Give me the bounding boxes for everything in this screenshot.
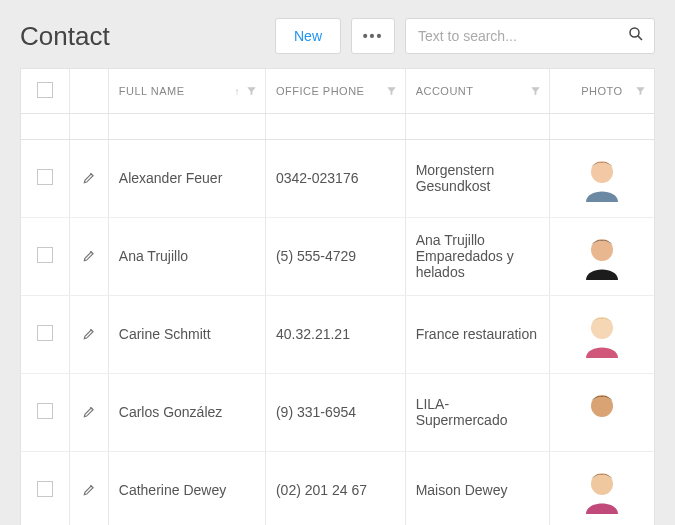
cell-account: LILA-Supermercado — [416, 396, 508, 428]
avatar — [582, 230, 622, 280]
edit-icon[interactable] — [80, 249, 98, 263]
edit-icon[interactable] — [80, 171, 98, 185]
column-header-account[interactable]: ACCOUNT — [405, 69, 549, 113]
cell-account: Morgenstern Gesundkost — [416, 162, 495, 194]
search-container — [405, 18, 655, 54]
cell-officephone: 40.32.21.21 — [276, 326, 350, 342]
sort-asc-icon[interactable]: ↑ — [234, 85, 240, 96]
search-input[interactable] — [405, 18, 655, 54]
cell-officephone: (5) 555-4729 — [276, 248, 356, 264]
cell-fullname: Carine Schmitt — [119, 326, 211, 342]
table-row[interactable]: Carlos González(9) 331-6954LILA-Supermer… — [21, 373, 654, 451]
column-header-officephone[interactable]: OFFICE PHONE — [265, 69, 405, 113]
cell-account: France restauration — [416, 326, 537, 342]
select-all-checkbox[interactable] — [37, 82, 53, 98]
column-header-fullname[interactable]: FULL NAME ↑ — [108, 69, 265, 113]
row-checkbox[interactable] — [37, 481, 53, 497]
cell-fullname: Alexander Feuer — [119, 170, 223, 186]
cell-fullname: Catherine Dewey — [119, 482, 226, 498]
filter-icon[interactable] — [530, 85, 541, 96]
cell-account: Ana Trujillo Emparedados y helados — [416, 232, 514, 280]
column-header-edit — [69, 69, 108, 113]
filter-cell-photo[interactable] — [549, 113, 654, 139]
table-row[interactable]: Ana Trujillo(5) 555-4729Ana Trujillo Emp… — [21, 217, 654, 295]
row-checkbox[interactable] — [37, 247, 53, 263]
filter-row — [21, 113, 654, 139]
cell-officephone: 0342-023176 — [276, 170, 359, 186]
avatar — [582, 308, 622, 358]
filter-cell-officephone[interactable] — [265, 113, 405, 139]
filter-icon[interactable] — [246, 85, 257, 96]
cell-officephone: (9) 331-6954 — [276, 404, 356, 420]
column-header-select[interactable] — [21, 69, 69, 113]
row-checkbox[interactable] — [37, 403, 53, 419]
column-label: PHOTO — [581, 85, 622, 97]
cell-officephone: (02) 201 24 67 — [276, 482, 367, 498]
table-row[interactable]: Carine Schmitt40.32.21.21France restaura… — [21, 295, 654, 373]
new-button[interactable]: New — [275, 18, 341, 54]
row-checkbox[interactable] — [37, 325, 53, 341]
column-label: ACCOUNT — [416, 85, 474, 97]
column-label: FULL NAME — [119, 85, 185, 97]
row-checkbox[interactable] — [37, 169, 53, 185]
page-title: Contact — [20, 21, 265, 52]
more-actions-button[interactable]: ••• — [351, 18, 395, 54]
avatar — [582, 464, 622, 514]
cell-fullname: Carlos González — [119, 404, 223, 420]
contacts-grid: FULL NAME ↑ OFFICE PHONE — [20, 68, 655, 525]
column-header-photo[interactable]: PHOTO — [549, 69, 654, 113]
filter-icon[interactable] — [386, 85, 397, 96]
table-row[interactable]: Alexander Feuer0342-023176Morgenstern Ge… — [21, 139, 654, 217]
cell-fullname: Ana Trujillo — [119, 248, 188, 264]
edit-icon[interactable] — [80, 327, 98, 341]
filter-icon[interactable] — [635, 85, 646, 96]
avatar — [582, 386, 622, 436]
table-row[interactable]: Catherine Dewey(02) 201 24 67Maison Dewe… — [21, 451, 654, 525]
edit-icon[interactable] — [80, 405, 98, 419]
edit-icon[interactable] — [80, 483, 98, 497]
avatar — [582, 152, 622, 202]
cell-account: Maison Dewey — [416, 482, 508, 498]
filter-cell-account[interactable] — [405, 113, 549, 139]
column-label: OFFICE PHONE — [276, 85, 365, 97]
page-header: Contact New ••• — [20, 18, 655, 54]
filter-cell-fullname[interactable] — [108, 113, 265, 139]
data-rows: Alexander Feuer0342-023176Morgenstern Ge… — [21, 139, 654, 525]
